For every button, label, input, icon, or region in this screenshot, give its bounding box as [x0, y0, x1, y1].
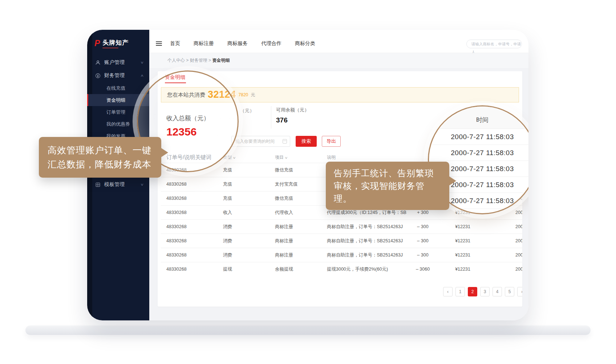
finance-icon [95, 73, 101, 78]
header-type[interactable]: 类型∨ [218, 154, 270, 161]
cell-type: 收入 [218, 210, 270, 216]
stat-income: 收入总额（元） 12356 [166, 114, 210, 138]
pagination-page-2[interactable]: 2 [468, 287, 477, 296]
laptop-base [25, 325, 591, 335]
chevron-down-icon: ∨ [141, 61, 144, 64]
cell-order: 48330268 [161, 224, 218, 229]
header-time: 时间 [486, 154, 522, 161]
sidebar-item-账户管理[interactable]: 账户管理∨ [87, 56, 149, 69]
hamburger-icon[interactable] [156, 40, 162, 47]
cell-project: 支付宝充值 [270, 181, 321, 187]
breadcrumb-item-个人中心[interactable]: 个人中心 [167, 58, 185, 63]
cell-time: 2000-7-27 11:58:03 [486, 238, 522, 243]
topnav-item-商标服务[interactable]: 商标服务 [227, 40, 248, 47]
calendar-icon [283, 139, 287, 143]
header-order: 订单号/说明关键词 [161, 154, 218, 161]
sidebar-subitem-订单管理[interactable]: 订单管理 [87, 106, 149, 118]
sidebar-item-label: 财务管理 [104, 72, 137, 79]
cell-amount: – 300 [406, 224, 439, 229]
brand-tagline-bar [102, 48, 118, 48]
stat-balance-label: 可用余额（元） [276, 107, 309, 113]
cell-order: 48330268 [161, 196, 218, 201]
table-row: 48330268充值微信充值2000-7-27 11:58:03 [161, 191, 522, 205]
template-icon [95, 182, 101, 187]
cell-order: 48330268 [161, 210, 218, 215]
cell-project: 商标注册 [270, 252, 321, 258]
tab-funds-detail[interactable]: 资金明细 [165, 74, 185, 81]
topnav-item-商标分类[interactable]: 商标分类 [295, 40, 315, 47]
cell-project: 代理收入 [270, 210, 321, 216]
cell-type: 充值 [218, 181, 270, 187]
sidebar-subitem-在线充值[interactable]: 在线充值 [87, 82, 149, 94]
breadcrumb-item-资金明细[interactable]: 资金明细 [212, 58, 230, 63]
cell-type: 消费 [218, 238, 270, 244]
topnav-item-商标注册[interactable]: 商标注册 [194, 40, 214, 47]
sidebar-subitem-资金明细[interactable]: 资金明细 [87, 94, 149, 106]
cell-project: 商标注册 [270, 238, 321, 244]
sidebar-item-label: 账户管理 [104, 59, 137, 66]
sidebar-item-财务管理[interactable]: 财务管理∧ [87, 69, 149, 82]
stat-divider [271, 106, 271, 129]
topnav-item-首页[interactable]: 首页 [170, 40, 180, 47]
brand-logo[interactable]: P 头牌知产 [87, 36, 149, 56]
pagination: ‹12345› [443, 287, 522, 296]
stat-income-value: 12356 [166, 126, 210, 138]
pagination-prev-button[interactable]: ‹ [443, 287, 453, 296]
cell-project: 余额提现 [270, 266, 321, 272]
canvas: P 头牌知产 账户管理∨财务管理∧在线充值资金明细订单管理我的优惠券我的发票模板… [0, 0, 616, 364]
date-query-input[interactable]: 输入你要查询的时间 [231, 136, 290, 147]
table-header-row: 订单号/说明关键词 类型∨ 项目∨ 说明 时间 [161, 152, 522, 163]
topnav-item-代理合作[interactable]: 代理合作 [261, 40, 281, 47]
brand-name: 头牌知产 [102, 39, 129, 46]
pagination-page-4[interactable]: 4 [493, 287, 502, 296]
stat-middle-label: （元） [240, 108, 254, 114]
cell-time: 2000-7-27 11:58:03 [486, 252, 522, 258]
laptop-screen: P 头牌知产 账户管理∨财务管理∧在线充值资金明细订单管理我的优惠券我的发票模板… [87, 30, 528, 320]
table-row: 48330268收入代理收入代理提成300元（ID:1245，订单号：SB451… [161, 205, 522, 219]
stat-balance-value: 376 [276, 116, 309, 124]
header-desc: 说明 [321, 154, 406, 161]
cell-balance: ¥12231 [439, 238, 486, 243]
pagination-page-5[interactable]: 5 [505, 287, 514, 296]
table-row: 48330268消费商标注册商标自助注册，订单号：SB2514263J– 300… [161, 234, 522, 248]
topnav-list: 首页商标注册商标服务代理合作商标分类 [170, 30, 315, 53]
cell-order: 48330268 [161, 252, 218, 258]
pagination-page-3[interactable]: 3 [480, 287, 490, 296]
cell-time: 2000-7-27 11:58:03 [486, 167, 522, 173]
breadcrumb: 个人中心 > 财务管理 > 资金明细 [149, 53, 528, 68]
sidebar-item-模板管理[interactable]: 模板管理∨ [87, 178, 149, 191]
stat-balance: 可用余额（元） 376 [276, 107, 309, 124]
cell-project: 微信充值 [270, 167, 321, 173]
cell-amount: – 3060 [406, 267, 439, 272]
breadcrumb-separator: > [207, 58, 212, 63]
sidebar-subitem-我的优惠券[interactable]: 我的优惠券 [87, 118, 149, 130]
stat-income-label: 收入总额（元） [166, 114, 210, 122]
cell-desc: 商标自助注册，订单号：SB2514263J [321, 252, 406, 258]
banner-amount-small: 7820 [239, 92, 248, 97]
chevron-down-icon: ∨ [141, 183, 144, 186]
cell-amount: + 300 [406, 210, 439, 215]
tab-active-underline [165, 82, 186, 83]
cell-order: 48330268 [161, 182, 218, 187]
export-button[interactable]: 导出 [322, 136, 341, 147]
cell-type: 充值 [218, 195, 270, 202]
search-input[interactable]: 请输入商标名，申请号，申请人 [466, 40, 522, 48]
breadcrumb-item-财务管理[interactable]: 财务管理 [190, 58, 207, 63]
banner-prefix: 您在本站共消费 [167, 92, 205, 98]
pagination-next-button[interactable]: › [517, 287, 522, 296]
pagination-page-1[interactable]: 1 [455, 287, 465, 296]
header-project[interactable]: 项目∨ [270, 154, 321, 161]
table-row: 48330268消费商标注册商标自助注册，订单号：SB2514263J– 300… [161, 219, 522, 234]
funds-detail-card: 资金明细 您在本站共消费 32124 7820 元 收入总额（元） 12356 … [158, 71, 522, 307]
content-area: 资金明细 您在本站共消费 32124 7820 元 收入总额（元） 12356 … [149, 68, 528, 320]
brand-logo-icon: P [94, 39, 100, 47]
search-button[interactable]: 搜索 [296, 136, 317, 147]
table-body: 48330268充值微信充值2000-7-27 11:58:0348330268… [161, 163, 522, 276]
cell-desc: 商标自助注册，订单号：SB2514263J [321, 238, 406, 244]
cell-order: 48330268 [161, 238, 218, 243]
cell-balance: ¥12231 [439, 267, 486, 272]
cell-desc: 商标自助注册，订单号：SB2514263J [321, 224, 406, 230]
cell-time: 2000-7-27 11:58:03 [486, 224, 522, 229]
topbar: 首页商标注册商标服务代理合作商标分类 请输入商标名，申请号，申请人 [149, 30, 528, 53]
sidebar-subitem-我的发票[interactable]: 我的发票 [87, 130, 149, 142]
